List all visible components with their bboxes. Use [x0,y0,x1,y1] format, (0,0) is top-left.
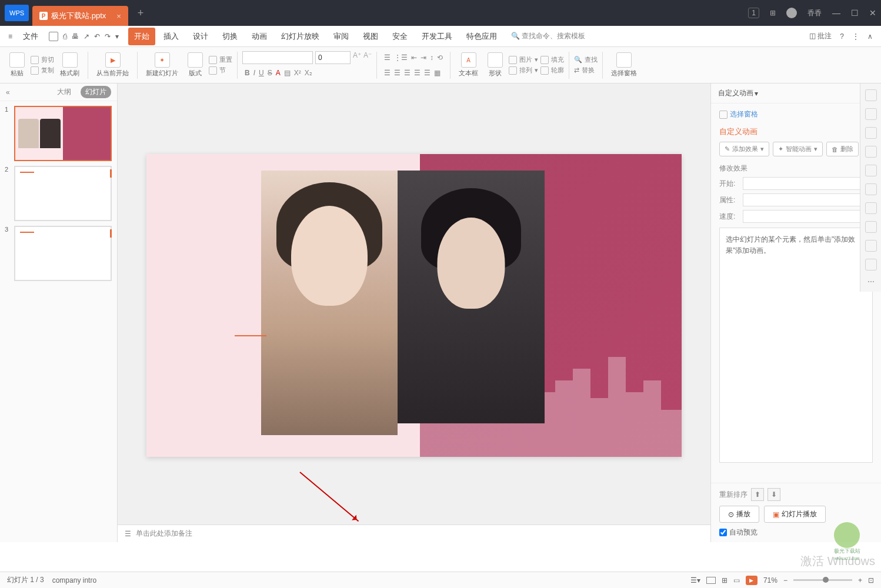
shapes-button[interactable]: 形状 [484,52,506,78]
numbering-icon[interactable]: ⋮☰ [394,54,408,62]
more-icon[interactable]: ⋮ [852,32,859,41]
print-icon[interactable]: 🖶 [72,32,79,41]
notes-toggle-icon[interactable]: ☰▾ [690,576,700,584]
tool-9-icon[interactable] [865,240,877,252]
zoom-out-icon[interactable]: − [783,576,787,584]
close-tab-icon[interactable]: × [116,12,121,21]
strikethrough-button[interactable]: S [268,69,272,77]
tab-view[interactable]: 视图 [357,28,384,45]
slide-canvas[interactable] [146,154,682,457]
normal-view-icon[interactable] [706,577,716,584]
align-right-icon[interactable]: ☰ [404,69,411,77]
play-button[interactable]: ⊙播放 [719,506,759,523]
tab-animation[interactable]: 动画 [246,28,273,45]
tab-design[interactable]: 设计 [187,28,214,45]
document-tab[interactable]: P 极光下载站.pptx × [32,6,128,26]
italic-button[interactable]: I [253,69,255,77]
export-icon[interactable]: ↗ [84,32,89,41]
slides-tab[interactable]: 幻灯片 [81,86,111,98]
underline-button[interactable]: U [259,69,264,77]
tool-1-icon[interactable] [865,89,877,101]
tab-security[interactable]: 安全 [386,28,413,45]
tool-8-icon[interactable] [865,221,877,233]
redo-icon[interactable]: ↷ [105,32,111,41]
add-effect-button[interactable]: ✎添加效果 ▾ [719,142,769,156]
copy-button[interactable]: 复制 [31,66,54,75]
tool-7-icon[interactable] [865,202,877,214]
tool-5-icon[interactable] [865,165,877,176]
tab-insert[interactable]: 插入 [158,28,185,45]
select-pane-link[interactable]: 选择窗格 [719,109,758,119]
user-avatar-icon[interactable] [786,8,797,18]
property-select[interactable] [743,193,873,206]
more-tools-icon[interactable]: ⋯ [867,278,875,286]
slideshow-view-icon[interactable]: ▶ [746,576,757,585]
tab-slideshow[interactable]: 幻灯片放映 [275,28,325,45]
notification-badge[interactable]: 1 [748,8,759,18]
checkbox[interactable] [719,529,727,536]
indent-decrease-icon[interactable]: ⇤ [411,54,417,62]
fit-to-window-icon[interactable]: ⊡ [868,576,874,584]
select-pane-button[interactable]: 选择窗格 [608,52,640,78]
bullets-icon[interactable]: ☰ [384,54,391,62]
tab-transition[interactable]: 切换 [216,28,243,45]
print-preview-icon[interactable]: ⎙ [63,32,67,41]
speed-select[interactable] [743,210,873,223]
tool-6-icon[interactable] [865,183,877,195]
help-icon[interactable]: ? [840,32,844,41]
font-family-input[interactable] [242,51,313,64]
apps-icon[interactable]: ⊞ [770,9,776,17]
start-select[interactable] [743,177,873,190]
bold-button[interactable]: B [245,69,250,77]
slide-thumbnail[interactable]: 2 [5,166,112,221]
move-down-button[interactable]: ⬇ [767,488,780,501]
paste-group[interactable]: 粘贴 [6,52,28,78]
canvas-viewport[interactable] [118,83,710,524]
indent-increase-icon[interactable]: ⇥ [421,54,426,62]
align-left-icon[interactable]: ☰ [384,69,391,77]
fill-button[interactable]: 填充 [540,55,564,64]
distribute-icon[interactable]: ☰ [424,69,431,77]
replace-button[interactable]: ⇄替换 [574,66,598,75]
layout-button[interactable]: 版式 [184,52,206,78]
move-up-button[interactable]: ⬆ [751,488,764,501]
collapse-ribbon-icon[interactable]: ∧ [867,32,873,41]
line-spacing-icon[interactable]: ↕ [430,54,433,62]
dropdown-icon[interactable]: ▾ [115,32,119,41]
outline-tab[interactable]: 大纲 [52,86,76,98]
slide-thumbnail[interactable]: 1 [5,106,112,161]
play-from-current-button[interactable]: ▶ 从当前开始 [93,52,132,78]
close-window-icon[interactable]: ✕ [869,8,876,18]
find-button[interactable]: 🔍查找 [574,55,598,64]
zoom-level[interactable]: 71% [763,576,777,584]
decrease-font-icon[interactable]: A⁻ [363,51,372,64]
reading-view-icon[interactable]: ▭ [733,576,740,584]
superscript-button[interactable]: X² [294,69,301,77]
font-size-input[interactable]: 0 [315,51,351,64]
section-button[interactable]: 节 [209,66,232,75]
tab-developer[interactable]: 开发工具 [416,28,458,45]
tool-3-icon[interactable] [865,127,877,139]
columns-icon[interactable]: ▦ [434,69,440,77]
zoom-in-icon[interactable]: + [858,576,862,584]
file-menu[interactable]: 文件 [17,28,44,45]
align-justify-icon[interactable]: ☰ [414,69,421,77]
delete-button[interactable]: 🗑删除 [826,142,859,156]
animation-list[interactable]: 选中幻灯片的某个元素，然后单击"添加效果"添加动画。 [719,228,873,463]
zoom-slider[interactable] [793,579,852,581]
comment-button[interactable]: ◫ 批注 [809,31,832,41]
wps-logo[interactable]: WPS [5,5,29,21]
minimize-icon[interactable]: — [832,8,840,18]
username[interactable]: 香香 [807,8,822,18]
new-tab-button[interactable]: + [138,7,144,19]
smart-anim-button[interactable]: ✦智能动画 ▾ [773,142,823,156]
menu-icon[interactable]: ≡ [8,32,12,41]
slideshow-play-button[interactable]: ▣幻灯片播放 [764,506,826,523]
photo-image-2[interactable] [398,171,545,423]
tab-special[interactable]: 特色应用 [460,28,503,45]
command-search[interactable]: 🔍 查找命令、搜索模板 [511,31,585,41]
format-painter-button[interactable]: 格式刷 [56,52,83,78]
outline-button[interactable]: 轮廓 [540,66,564,75]
new-slide-button[interactable]: ✦ 新建幻灯片 [142,52,182,78]
tool-4-icon[interactable] [865,146,877,158]
